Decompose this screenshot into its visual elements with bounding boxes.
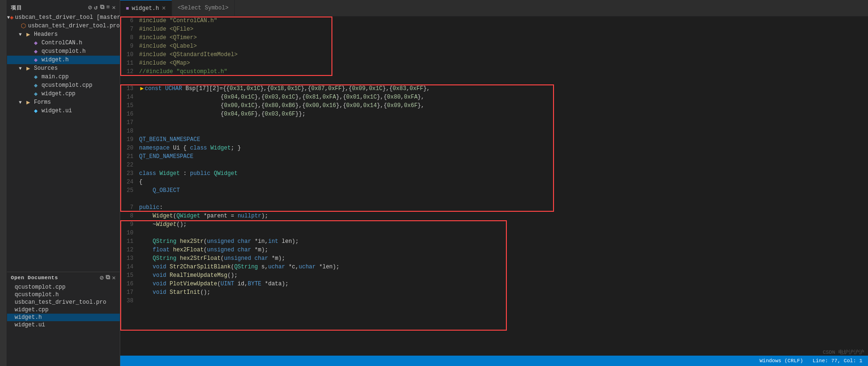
line-content-1: #include <QFile>	[139, 25, 868, 33]
code-line-28: 13 QString hex2StrFloat(unsigned char *m…	[120, 254, 868, 263]
line-number-19: 24	[120, 178, 139, 186]
tree-icon-main-cpp: ◆	[32, 73, 40, 81]
sidebar: 项目 ⊘ ↺ ⧉ ≡ ✕ ▼◈usbcan_test_driver_tool […	[7, 0, 120, 366]
line-content-3: #include <QLabel>	[139, 42, 868, 50]
line-content-28: QString hex2StrFloat(unsigned char *m);	[139, 254, 868, 263]
filter-icon[interactable]: ⊘	[88, 4, 92, 11]
tree-item-sources[interactable]: ▼▶Sources	[7, 64, 120, 73]
od-item-widget-h-od[interactable]: widget.h	[7, 314, 120, 321]
tab-widget-h[interactable]: ■ widget.h ×	[120, 0, 172, 16]
tree-arrow-forms: ▼	[17, 100, 24, 105]
line-number-27: 12	[120, 246, 139, 254]
code-container: 6#include "ControlCAN.h"7#include <QFile…	[120, 17, 868, 305]
code-line-2: 8#include <QTimer>	[120, 33, 868, 42]
open-documents-section: Open Documents ⊘ ⧉ ✕ qcustomplot.cppqcus…	[7, 272, 120, 366]
tree-item-forms[interactable]: ▼▶Forms	[7, 98, 120, 107]
line-content-15: namespace Ui { class Widget; }	[139, 144, 868, 152]
tree-item-controlcan-h[interactable]: ◆ControlCAN.h	[7, 39, 120, 47]
line-content-20: Q_OBJECT	[139, 186, 868, 195]
tab-select-symbol[interactable]: <Select Symbol>	[172, 0, 235, 16]
line-content-26: QString hex2Str(unsigned char *in,int le…	[139, 237, 868, 246]
line-content-6: //#include "qcustomplot.h"	[139, 67, 868, 76]
od-item-qcustomplot-cpp[interactable]: qcustomplot.cpp	[7, 283, 120, 291]
line-content-2: #include <QTimer>	[139, 33, 868, 42]
code-line-21	[120, 195, 868, 203]
tab-bar: ■ widget.h × <Select Symbol>	[120, 0, 868, 17]
code-line-22: 7public:	[120, 203, 868, 212]
tree-item-widget-h[interactable]: ◆widget.h	[7, 56, 120, 64]
line-content-5: #include <QMap>	[139, 59, 868, 67]
code-line-23: 8 Widget(QWidget *parent = nullptr);	[120, 212, 868, 220]
settings-icon[interactable]: ≡	[106, 4, 110, 11]
tree-item-root[interactable]: ▼◈usbcan_test_driver_tool [master]	[7, 13, 120, 22]
tree-icon-widget-h: ◆	[32, 56, 40, 64]
tree-icon-pro-file: ⬡	[20, 22, 27, 30]
code-line-0: 6#include "ControlCAN.h"	[120, 17, 868, 25]
line-content-24: ~Widget();	[139, 220, 868, 229]
tree-label-pro-file: usbcan_test_driver_tool.pro	[28, 23, 120, 29]
line-number-4: 10	[120, 50, 139, 59]
code-line-15: 20namespace Ui { class Widget; }	[120, 144, 868, 152]
tree-label-controlcan-h: ControlCAN.h	[41, 40, 82, 46]
code-line-12: 17	[120, 118, 868, 127]
tree-icon-sources: ▶	[24, 65, 33, 72]
sync-icon[interactable]: ↺	[94, 4, 98, 11]
close-sidebar-icon[interactable]: ✕	[112, 4, 116, 11]
tree-label-forms: Forms	[34, 99, 51, 106]
code-line-6: 12//#include "qcustomplot.h"	[120, 67, 868, 76]
od-item-usbcan-pro[interactable]: usbcan_test_driver_tool.pro	[7, 299, 120, 306]
od-split-icon[interactable]: ⧉	[106, 274, 110, 282]
line-number-29: 14	[120, 263, 139, 271]
tree-label-widget-h: widget.h	[41, 57, 69, 63]
code-line-7	[120, 76, 868, 84]
line-number-17: 22	[120, 161, 139, 169]
line-content-0: #include "ControlCAN.h"	[139, 17, 868, 25]
tree-label-root: usbcan_test_driver_tool [master]	[15, 14, 120, 21]
tree-item-qcustomplot-cpp[interactable]: ◆qcustomplot.cpp	[7, 81, 120, 90]
code-line-9: 14 {0x04,0x1C},{0x03,0x1C},{0x81,0xFA},{…	[120, 93, 868, 101]
code-line-29: 14 void Str2CharSplitBlank(QString s,uch…	[120, 263, 868, 271]
sidebar-project-label: 项目	[11, 4, 22, 11]
tree-label-main-cpp: main.cpp	[41, 74, 69, 80]
od-item-widget-ui-od[interactable]: widget.ui	[7, 321, 120, 329]
main-editor: ■ widget.h × <Select Symbol> 6#include "…	[120, 0, 868, 366]
code-line-14: 19QT_BEGIN_NAMESPACE	[120, 135, 868, 144]
tree-arrow-headers: ▼	[17, 32, 24, 37]
od-label-widget-cpp-od: widget.cpp	[15, 307, 49, 313]
line-number-28: 13	[120, 254, 139, 263]
line-content-10: {0x00,0x1C},{0x80,0xB6},{0x00,0x16},{0x0…	[139, 101, 868, 110]
tree-item-headers[interactable]: ▼▶Headers	[7, 30, 120, 39]
od-item-widget-cpp-od[interactable]: widget.cpp	[7, 306, 120, 314]
watermark: CSDN 电炉沪沪沪	[823, 349, 864, 356]
od-label-qcustomplot-cpp: qcustomplot.cpp	[15, 284, 66, 291]
code-line-3: 9#include <QLabel>	[120, 42, 868, 50]
line-number-14: 19	[120, 135, 139, 144]
code-line-8: 13▶const UCHAR Bsp[17][2]={{0x31,0x1C},{…	[120, 84, 868, 93]
line-number-18: 23	[120, 169, 139, 178]
code-line-20: 25 Q_OBJECT	[120, 186, 868, 195]
line-number-30: 15	[120, 271, 139, 280]
tree-arrow-sources: ▼	[17, 66, 24, 71]
od-filter-icon[interactable]: ⊘	[100, 274, 104, 282]
collapse-icon[interactable]: ⧉	[100, 4, 105, 11]
code-line-18: 23class Widget : public QWidget	[120, 169, 868, 178]
code-line-16: 21QT_END_NAMESPACE	[120, 152, 868, 161]
line-number-25: 10	[120, 229, 139, 237]
tab-widget-h-close[interactable]: ×	[162, 5, 165, 12]
od-label-qcustomplot-h: qcustomplot.h	[15, 291, 59, 298]
od-item-qcustomplot-h[interactable]: qcustomplot.h	[7, 291, 120, 299]
tree-icon-root: ◈	[10, 14, 14, 21]
tree-item-qcustomplot-h[interactable]: ◆qcustomplot.h	[7, 47, 120, 56]
tree-item-widget-ui[interactable]: ◆widget.ui	[7, 107, 120, 115]
sidebar-header-icons: ⊘ ↺ ⧉ ≡ ✕	[88, 4, 116, 11]
line-content-32: void StartInit();	[139, 288, 868, 297]
tree-item-main-cpp[interactable]: ◆main.cpp	[7, 73, 120, 81]
tree-icon-widget-ui: ◆	[32, 107, 40, 115]
code-area[interactable]: 6#include "ControlCAN.h"7#include <QFile…	[120, 17, 868, 356]
code-line-17: 22	[120, 161, 868, 169]
od-close-icon[interactable]: ✕	[112, 274, 116, 282]
tree-item-widget-cpp[interactable]: ◆widget.cpp	[7, 90, 120, 98]
code-line-4: 10#include <QStandardItemModel>	[120, 50, 868, 59]
tree-icon-qcustomplot-h: ◆	[32, 48, 40, 55]
tree-item-pro-file[interactable]: ⬡usbcan_test_driver_tool.pro	[7, 22, 120, 30]
